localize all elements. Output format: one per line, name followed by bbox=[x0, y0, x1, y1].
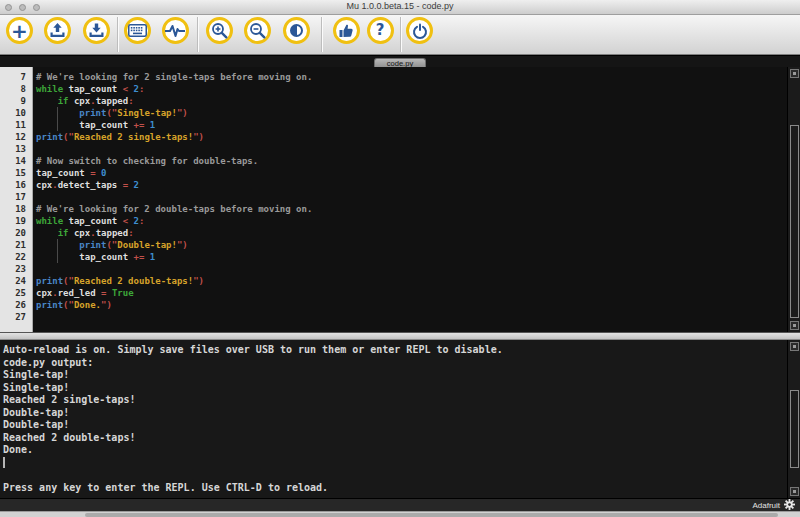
code-line: # Now switch to checking for double-taps… bbox=[36, 155, 786, 167]
repl-line: Double-tap! bbox=[3, 419, 786, 432]
line-number: 26 bbox=[0, 299, 32, 311]
indent-guide bbox=[57, 107, 58, 131]
question-icon: ? bbox=[376, 23, 385, 38]
panel-splitter[interactable] bbox=[0, 332, 800, 340]
code-line: cpx.detect_taps = 2 bbox=[36, 179, 786, 191]
repl-scrollbar[interactable] bbox=[787, 340, 800, 498]
scroll-up-button[interactable] bbox=[790, 69, 799, 78]
code-line: cpx.red_led = True bbox=[36, 287, 786, 299]
plotter-button[interactable] bbox=[162, 17, 189, 44]
line-number: 9 bbox=[0, 95, 32, 107]
code-line: print("Done.") bbox=[36, 299, 786, 311]
plus-icon: + bbox=[11, 21, 28, 41]
code-line bbox=[36, 143, 786, 155]
power-icon bbox=[412, 23, 428, 39]
code-line: print("Reached 2 single-taps!") bbox=[36, 131, 786, 143]
horizontal-scrollbar[interactable] bbox=[0, 511, 800, 517]
magnifier-minus-icon bbox=[249, 22, 266, 39]
tab-strip: code.py bbox=[0, 55, 800, 67]
code-line: # We're looking for 2 single-taps before… bbox=[36, 71, 786, 83]
text-cursor bbox=[3, 457, 5, 468]
status-bar: Adafruit bbox=[0, 498, 800, 511]
line-number: 23 bbox=[0, 263, 32, 275]
line-number: 25 bbox=[0, 287, 32, 299]
line-number: 15 bbox=[0, 167, 32, 179]
code-line: print("Reached 2 double-taps!") bbox=[36, 275, 786, 287]
line-number: 11 bbox=[0, 119, 32, 131]
code-line: tap_count += 1 bbox=[36, 119, 786, 131]
code-lines: # We're looking for 2 single-taps before… bbox=[33, 67, 786, 332]
zoom-in-button[interactable] bbox=[206, 17, 233, 44]
code-line: # We're looking for 2 double-taps before… bbox=[36, 203, 786, 215]
window-title: Mu 1.0.0.beta.15 - code.py bbox=[0, 1, 800, 11]
title-bar: Mu 1.0.0.beta.15 - code.py bbox=[0, 0, 800, 15]
horizontal-scrollbar-thumb[interactable] bbox=[85, 513, 778, 517]
keyboard-icon bbox=[128, 24, 147, 37]
line-number: 12 bbox=[0, 131, 32, 143]
toolbar-separator bbox=[117, 17, 118, 52]
scroll-down-button[interactable] bbox=[790, 487, 799, 496]
repl-line: Press any key to enter the REPL. Use CTR… bbox=[3, 482, 786, 495]
save-button[interactable] bbox=[83, 17, 110, 44]
new-button[interactable]: + bbox=[6, 17, 33, 44]
repl-scrollbar-thumb[interactable] bbox=[790, 390, 799, 468]
line-number: 8 bbox=[0, 83, 32, 95]
repl-line: Reached 2 double-taps! bbox=[3, 432, 786, 445]
magnifier-plus-icon bbox=[211, 22, 228, 39]
zoom-out-button[interactable] bbox=[244, 17, 271, 44]
repl-line: Done. bbox=[3, 444, 786, 457]
repl-lines: Auto-reload is on. Simply save files ove… bbox=[3, 344, 786, 494]
indent-guide bbox=[57, 239, 58, 263]
quit-button[interactable] bbox=[406, 17, 433, 44]
serial-output-panel[interactable]: Auto-reload is on. Simply save files ove… bbox=[0, 340, 800, 498]
load-button[interactable] bbox=[44, 17, 71, 44]
code-line: print("Double-tap!") bbox=[36, 239, 786, 251]
download-icon bbox=[88, 23, 105, 39]
code-line bbox=[36, 191, 786, 203]
line-number: 21 bbox=[0, 239, 32, 251]
line-number: 19 bbox=[0, 215, 32, 227]
scroll-down-button[interactable] bbox=[790, 321, 799, 330]
code-line: tap_count += 1 bbox=[36, 251, 786, 263]
code-line: tap_count = 0 bbox=[36, 167, 786, 179]
code-line: while tap_count < 2: bbox=[36, 83, 786, 95]
upload-icon bbox=[49, 23, 66, 39]
code-line: if cpx.tapped: bbox=[36, 95, 786, 107]
line-number: 22 bbox=[0, 251, 32, 263]
repl-line bbox=[3, 457, 786, 470]
device-mode-label: Adafruit bbox=[752, 501, 780, 510]
check-button[interactable] bbox=[333, 17, 360, 44]
line-number: 14 bbox=[0, 155, 32, 167]
toolbar-separator bbox=[400, 17, 401, 52]
code-line: print("Single-tap!") bbox=[36, 107, 786, 119]
contrast-icon bbox=[290, 24, 303, 37]
editor-scrollbar-thumb[interactable] bbox=[790, 125, 799, 318]
editor-scrollbar[interactable] bbox=[787, 67, 800, 332]
repl-line: Single-tap! bbox=[3, 369, 786, 382]
repl-line: Auto-reload is on. Simply save files ove… bbox=[3, 344, 786, 357]
serial-button[interactable] bbox=[124, 17, 151, 44]
help-button[interactable]: ? bbox=[367, 17, 394, 44]
code-line bbox=[36, 263, 786, 275]
scroll-up-button[interactable] bbox=[790, 342, 799, 351]
code-line bbox=[36, 311, 786, 323]
repl-line: Reached 2 single-taps! bbox=[3, 394, 786, 407]
repl-line: Double-tap! bbox=[3, 407, 786, 420]
line-number-gutter: 789101112131415161718192021222324252627 bbox=[0, 67, 33, 332]
repl-line: Single-tap! bbox=[3, 382, 786, 395]
line-number: 7 bbox=[0, 71, 32, 83]
toolbar-separator bbox=[197, 17, 198, 52]
line-number: 27 bbox=[0, 311, 32, 323]
pulse-icon bbox=[165, 24, 185, 38]
line-number: 24 bbox=[0, 275, 32, 287]
code-editor[interactable]: 789101112131415161718192021222324252627 … bbox=[0, 67, 800, 332]
toolbar: +? bbox=[0, 15, 800, 55]
code-line: if cpx.tapped: bbox=[36, 227, 786, 239]
repl-line bbox=[3, 469, 786, 482]
thumbs-up-icon bbox=[338, 22, 355, 39]
line-number: 18 bbox=[0, 203, 32, 215]
theme-button[interactable] bbox=[283, 17, 310, 44]
toolbar-separator bbox=[321, 17, 322, 52]
line-number: 16 bbox=[0, 179, 32, 191]
line-number: 17 bbox=[0, 191, 32, 203]
